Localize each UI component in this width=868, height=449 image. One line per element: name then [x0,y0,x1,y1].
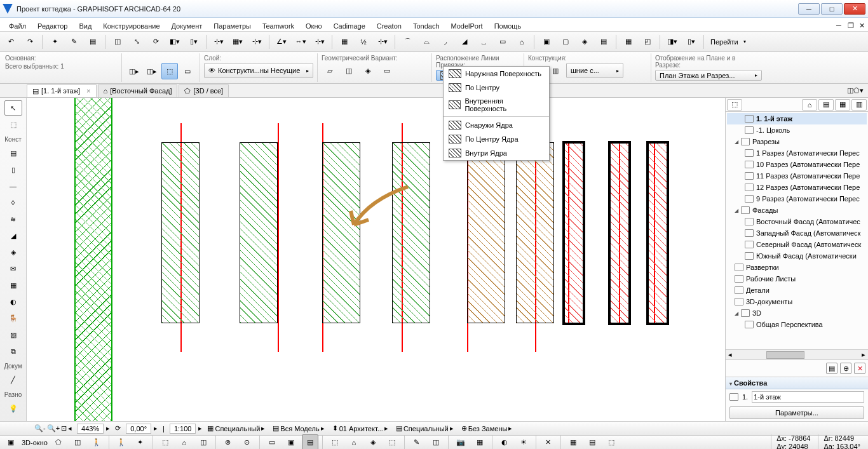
bb-1[interactable]: ⬠ [50,434,67,450]
geom-2[interactable]: ◫ [341,62,357,79]
angle-value[interactable]: 0,00° [126,424,151,434]
home-button[interactable]: ⌂ [513,34,530,50]
redo-button[interactable]: ↷ [22,34,38,50]
pick-button[interactable]: ✦ [46,34,63,50]
bb-23[interactable]: ☀ [515,434,532,450]
bb-8[interactable]: ◫ [195,434,212,450]
ungroup-button[interactable]: ▢ [557,34,574,50]
arc2-button[interactable]: ⌓ [418,34,435,50]
navtab-views[interactable]: ▤ [818,99,834,111]
morph-tool[interactable]: ◐ [4,294,22,309]
bb-9[interactable]: ⊗ [220,434,236,450]
tab-mode[interactable]: ◫⬠▾ [843,83,868,99]
cursor-snap[interactable]: ⊹▾ [374,34,391,50]
bb-7[interactable]: ⌂ [176,434,193,450]
bb-12[interactable]: ▣ [283,434,299,450]
bb-17[interactable]: ⬚ [384,434,400,450]
drawing-canvas[interactable] [27,98,725,421]
show-button[interactable]: ◨▾ [664,34,681,50]
refline-core-outer[interactable]: Снаружи Ядра [444,118,549,132]
bb-21[interactable]: ▦ [471,434,488,450]
show2-button[interactable]: ▯▾ [683,34,700,50]
render2-button[interactable]: ◰ [639,34,656,50]
arc-button[interactable]: ⌒ [399,34,416,50]
measure-button[interactable]: ✎ [65,34,82,50]
menu-document[interactable]: Документ [166,21,208,31]
info-btn-2[interactable]: ◫▸ [144,63,160,79]
zoom-fit[interactable]: ⊡ [61,424,67,432]
bb-24[interactable]: ✕ [540,434,557,450]
wedge-button[interactable]: ◢ [456,34,473,50]
props-name[interactable] [752,391,864,403]
menu-help[interactable]: Помощь [489,21,527,31]
wall-tool[interactable]: ▤ [4,145,22,161]
dim-button[interactable]: ▦ [336,34,353,50]
arc3-button[interactable]: ◞ [437,34,454,50]
tab-close-1[interactable]: × [86,87,90,95]
menu-design[interactable]: Конструирование [98,21,165,31]
bb-25[interactable]: ▦ [565,434,581,450]
props-header[interactable]: Свойства [734,379,767,387]
refline-core-center[interactable]: По Центру Ядра [444,132,549,146]
object-tool[interactable]: 🪑 [4,311,22,326]
menu-cadimage[interactable]: Cadimage [329,21,370,31]
nav-new[interactable]: ▤ [826,363,837,374]
info-btn-3[interactable]: ⬚ [161,63,178,79]
tab-floorplan[interactable]: ▤ [1. 1-й этаж]× [27,84,97,97]
mdi-minimize[interactable]: ─ [831,20,841,31]
bb-19[interactable]: ◫ [428,434,444,450]
menu-tondach[interactable]: Tondach [408,21,445,31]
refline-outer-face[interactable]: Наружная Поверхность [444,67,549,81]
beam-tool[interactable]: ― [4,178,22,194]
menu-teamwork[interactable]: Teamwork [257,21,299,31]
bb-22[interactable]: ◐ [496,434,513,450]
bb-16[interactable]: ◈ [365,434,381,450]
geom-1[interactable]: ▱ [322,62,338,79]
layer-dropdown[interactable]: 👁Конструкти...ны Несущие▸ [204,63,313,78]
line-tool[interactable]: ╱ [4,372,22,387]
menu-file[interactable]: Файл [4,21,31,31]
maximize-button[interactable]: □ [821,3,843,15]
minimize-button[interactable]: ─ [798,3,820,15]
grid-button[interactable]: ⊹▾ [210,34,227,50]
fill-button[interactable]: ▤ [85,34,101,50]
bb-18[interactable]: ✎ [409,434,425,450]
roof-tool[interactable]: ◢ [4,228,22,243]
bb-14[interactable]: ⬚ [327,434,343,450]
skylight-tool[interactable]: ✉ [4,261,22,276]
refline-inner-face[interactable]: Внутренняя Поверхность [444,95,549,115]
mdi-close[interactable]: ✕ [854,20,864,31]
bb-15[interactable]: ⌂ [346,434,362,450]
bb-11[interactable]: ▭ [264,434,280,450]
info-btn-4[interactable]: ▭ [179,63,196,79]
goto-label[interactable]: Перейти [708,38,741,46]
bb-27[interactable]: ⬚ [603,434,620,450]
navtab-home[interactable]: ⌂ [802,99,817,111]
params-button[interactable]: Параметры... [729,406,864,419]
mdi-restore[interactable]: ❐ [843,20,853,31]
refline-center[interactable]: По Центру [444,81,549,95]
move-tool[interactable]: ▯▾ [186,34,202,50]
refline-core-inner[interactable]: Внутри Ядра [444,146,549,160]
tab-elevation[interactable]: ⌂ [Восточный Фасад] [98,84,178,97]
menu-window[interactable]: Окно [301,21,327,31]
bb-5[interactable]: ✦ [132,434,149,450]
marquee-tool[interactable]: ⬚ [4,117,22,132]
display-dropdown[interactable]: План Этажа и Разрез...▸ [655,70,762,81]
zoom-prev[interactable]: ◂ [68,424,72,432]
curtain-tool[interactable]: ▦ [4,278,22,293]
render-button[interactable]: ▦ [620,34,637,50]
geom-3[interactable]: ◈ [360,62,376,79]
menu-view[interactable]: Вид [74,21,97,31]
navtab-1[interactable]: ⬚ [727,99,742,111]
rotate-tool[interactable]: ⟳ [147,34,164,50]
nav-scrollbar[interactable]: ◂▸ [726,349,868,359]
bb-2[interactable]: ◫ [69,434,86,450]
navigator-tree[interactable]: 1. 1-й этаж -1. Цоколь ◢Разрезы 1 Разрез… [726,112,868,349]
scale-value[interactable]: 1:100 [170,424,196,434]
menu-editor[interactable]: Редактор [32,21,72,31]
nav-delete[interactable]: ✕ [854,363,865,374]
dim2-button[interactable]: ½ [355,34,372,50]
offset-button[interactable]: ⎵ [475,34,492,50]
close-button[interactable]: ✕ [844,3,865,15]
